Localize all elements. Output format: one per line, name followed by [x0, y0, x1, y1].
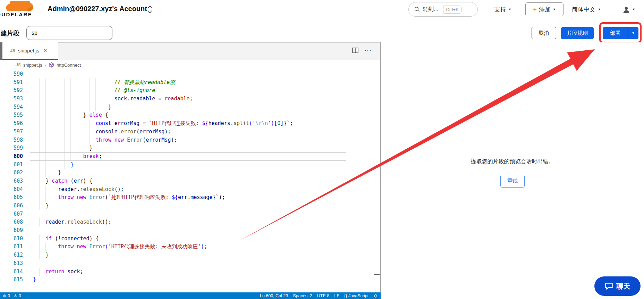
code-lines: 590591 // 替换原始readable流592 // @ts-ignore… [0, 70, 379, 284]
indentation-setting[interactable]: Spaces: 2 [293, 293, 312, 298]
breadcrumb-file[interactable]: snippet.js [23, 63, 42, 68]
encoding-setting[interactable]: UTF-8 [317, 293, 329, 298]
code-text: // @ts-ignore [33, 86, 155, 95]
tab-snippet-js[interactable]: JS snippet.js ✕ [2, 42, 58, 60]
chat-label: 聊天 [617, 282, 630, 291]
code-line: 607 [0, 210, 379, 218]
line-number: 613 [0, 259, 23, 268]
language-label: 简体中文 [572, 6, 595, 14]
line-number: 601 [0, 161, 23, 169]
code-line: 609 [0, 226, 379, 235]
code-text: // 替换原始readable流 [33, 78, 175, 87]
code-text: sock.readable = readable; [33, 95, 193, 103]
code-line: 603 } catch (err) { [0, 177, 379, 185]
line-number: 599 [0, 144, 23, 152]
add-label: 添加 [539, 6, 551, 14]
tab-label: snippet.js [18, 48, 39, 53]
scrollbar-handle[interactable] [374, 274, 380, 275]
line-number: 611 [0, 243, 23, 251]
code-text: } [33, 161, 74, 169]
code-text: reader.releaseLock(); [33, 185, 124, 194]
javascript-file-icon: JS [10, 48, 15, 53]
line-number: 615 [0, 276, 23, 284]
chevron-down-icon: ▼ [598, 8, 601, 11]
retry-button[interactable]: 重试 [500, 175, 525, 188]
chat-bubble-icon [605, 282, 613, 290]
line-number: 600 [0, 152, 23, 161]
snippet-rules-button[interactable]: 片段规则 [561, 27, 594, 39]
search-shortcut-badge: Ctrl+K [443, 6, 461, 14]
code-line: 595 } else { [0, 111, 379, 119]
current-line-highlight [30, 152, 346, 161]
notifications-bell-icon[interactable] [373, 293, 378, 298]
support-menu[interactable]: 支持 ▼ [494, 0, 511, 19]
line-number: 607 [0, 210, 23, 218]
code-line: 591 // 替换原始readable流 [0, 78, 379, 87]
snippet-name-input[interactable] [26, 26, 112, 40]
line-number: 603 [0, 177, 23, 185]
line-number: 614 [0, 268, 23, 276]
chat-button[interactable]: 聊天 [594, 276, 641, 296]
code-line: 596 const errorMsg = `HTTP代理连接失败: ${head… [0, 119, 379, 128]
code-line: 602 } [0, 169, 379, 177]
code-line: 599 } [0, 144, 379, 152]
code-text: if (!connected) { [33, 235, 99, 243]
add-menu-button[interactable]: + 添加 ▼ [525, 2, 564, 16]
code-line: 604 reader.releaseLock(); [0, 185, 379, 194]
line-number: 604 [0, 185, 23, 194]
more-actions-icon[interactable]: ··· [364, 47, 372, 54]
language-label: JavaScript [348, 293, 368, 298]
code-text: } catch (err) { [33, 177, 93, 185]
warning-icon: ⚠ [14, 293, 17, 298]
user-menu[interactable]: ▼ [623, 0, 635, 19]
line-number: 590 [0, 70, 23, 78]
code-line: 605 throw new Error(`处理HTTP代理响应失败: ${err… [0, 193, 379, 202]
code-line: 590 [0, 70, 379, 78]
code-text: } [33, 276, 36, 284]
code-line: 594 } [0, 103, 379, 111]
error-count: 0 [8, 293, 10, 298]
line-number: 594 [0, 103, 23, 111]
left-edge-strip [0, 42, 2, 60]
cancel-button[interactable]: 取消 [532, 27, 556, 39]
cloudflare-logo: OUDFLARE [0, 0, 40, 19]
breadcrumb[interactable]: JS snippet.js › httpConnect [16, 60, 81, 70]
split-editor-icon[interactable] [352, 47, 359, 54]
cloudflare-cloud-icon [4, 1, 39, 12]
language-mode[interactable]: {} JavaScript [344, 293, 368, 298]
breadcrumb-separator-icon: › [45, 63, 46, 68]
code-text: reader.releaseLock(); [33, 218, 111, 226]
line-number: 612 [0, 251, 23, 259]
error-icon: ⊗ [3, 293, 6, 298]
warning-count: 0 [19, 293, 21, 298]
editor-bottom-border [0, 291, 381, 291]
code-editor[interactable]: 590591 // 替换原始readable流592 // @ts-ignore… [0, 70, 379, 285]
line-number: 602 [0, 169, 23, 177]
breadcrumb-symbol[interactable]: httpConnect [57, 63, 81, 68]
code-line: 612 } [0, 251, 379, 259]
code-line: 598 throw new Error(errorMsg); [0, 136, 379, 144]
close-tab-icon[interactable]: ✕ [43, 48, 47, 53]
code-text: console.error(errorMsg); [33, 128, 171, 136]
language-menu[interactable]: 简体中文 ▼ [572, 0, 601, 19]
code-text: throw new Error('HTTP代理连接失败: 未收到成功响应'); [33, 243, 207, 251]
account-switcher-icon[interactable] [147, 5, 153, 14]
search-icon [414, 7, 420, 12]
global-search[interactable]: 转到... Ctrl+K [408, 2, 478, 17]
logo-wordmark: OUDFLARE [0, 11, 32, 17]
line-number: 598 [0, 136, 23, 144]
eol-setting[interactable]: LF [334, 293, 339, 298]
problems-indicator[interactable]: ⊗ 0 ⚠ 0 [3, 293, 21, 298]
method-symbol-icon [49, 62, 54, 68]
preview-error-message: 提取您的片段的预览会话时出错。 [381, 158, 644, 165]
search-placeholder: 转到... [423, 6, 438, 13]
code-text: return sock; [33, 268, 83, 276]
code-text: } [33, 169, 61, 177]
code-line: 597 console.error(errorMsg); [0, 128, 379, 136]
line-number: 595 [0, 111, 23, 119]
status-right-group: Ln 600, Col 23 Spaces: 2 UTF-8 LF {} Jav… [260, 293, 378, 298]
code-line: 610 if (!connected) { [0, 235, 379, 243]
line-number: 606 [0, 202, 23, 210]
preview-panel [381, 42, 644, 299]
cursor-position[interactable]: Ln 600, Col 23 [260, 293, 288, 298]
